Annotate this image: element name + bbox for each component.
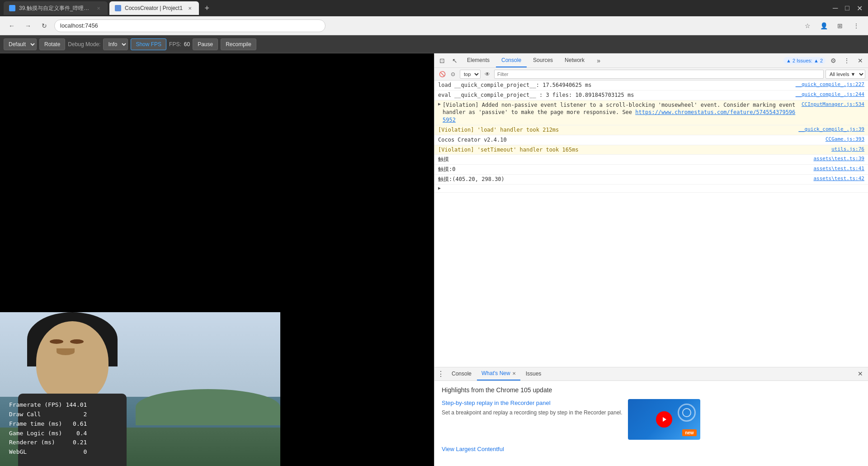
reload-button[interactable]: ↻ (38, 19, 51, 32)
close-window-button[interactable]: ✕ (855, 2, 864, 14)
console-line-8-content: 触摸:0 (438, 166, 810, 173)
renderer-value: 0.21 (66, 438, 90, 447)
renderer-label: Renderer (ms) (9, 438, 66, 447)
console-line-3-expand[interactable]: ▶ (438, 101, 441, 106)
tab-elements[interactable]: Elements (462, 53, 495, 67)
drawer-tab-console[interactable]: Console (447, 367, 476, 380)
console-line-1-source[interactable]: __quick_compile_.js:227 (792, 81, 864, 87)
devtools-inspect-icon[interactable]: ↖ (449, 55, 461, 67)
svg-marker-0 (663, 417, 666, 422)
console-expand-icon[interactable]: ▶ (438, 185, 441, 190)
tab-1-close[interactable]: ✕ (95, 5, 102, 12)
settings-button[interactable]: ⋮ (850, 19, 863, 32)
tab-2-close[interactable]: ✕ (186, 5, 193, 12)
debug-mode-label: Debug Mode: (68, 41, 100, 48)
whats-new-close-icon[interactable]: ✕ (512, 371, 516, 376)
feature-card-2: View Largest Contentful (442, 445, 861, 455)
framerate-value: 144.01 (66, 400, 90, 410)
extensions-button[interactable]: ⊞ (834, 19, 846, 32)
devtools-tabs-bar: ⊡ ↖ Elements Console Sources Network » ▲… (434, 53, 868, 68)
console-line-7-content: 触摸 (438, 156, 810, 163)
tab-bar: 39.触摸与自定义事件_哔哩哔... ✕ CocosCreator | Proj… (0, 0, 868, 16)
maximize-button[interactable]: □ (843, 2, 851, 14)
address-bar: ← → ↻ localhost:7456 ☆ 👤 ⊞ ⋮ (0, 16, 868, 35)
console-line-5-source[interactable]: CCGame.js:393 (822, 136, 864, 142)
bottom-drawer-close[interactable]: ✕ (855, 369, 865, 379)
tab-bar-controls: ─ □ ✕ (831, 2, 864, 14)
devtools-panel: ⊡ ↖ Elements Console Sources Network » ▲… (434, 53, 868, 466)
feature-card-1: Step-by-step replay in the Recorder pane… (442, 399, 861, 440)
context-select[interactable]: top (460, 70, 481, 79)
console-line-2: eval __quick_compile_project__ : 3 files… (434, 90, 868, 100)
new-badge: new (682, 429, 696, 436)
clear-console-icon[interactable]: 🚫 (437, 69, 447, 79)
person-head (36, 321, 108, 403)
console-output[interactable]: load __quick_compile_project__: 17.56494… (434, 81, 868, 367)
console-line-7-source[interactable]: assets\test.ts:39 (810, 156, 864, 162)
feature-1-text: Step-by-step replay in the Recorder pane… (442, 399, 623, 440)
console-line-3-content: [Violation] Added non-passive event list… (443, 101, 798, 124)
tab-more[interactable]: » (593, 55, 604, 67)
profile-button[interactable]: 👤 (817, 19, 830, 32)
console-line-3: ▶ [Violation] Added non-passive event li… (434, 100, 868, 125)
tab-1-label: 39.触摸与自定义事件_哔哩哔... (19, 5, 91, 12)
whats-new-title: Highlights from the Chrome 105 update (442, 386, 861, 394)
issue-badge[interactable]: ▲ 2 Issues: ▲ 2 (783, 57, 826, 64)
framerate-label: Framerate (FPS) (9, 400, 66, 410)
tab-sources[interactable]: Sources (528, 53, 558, 67)
tab-1[interactable]: 39.触摸与自定义事件_哔哩哔... ✕ (4, 1, 108, 15)
url-bar[interactable]: localhost:7456 (54, 19, 326, 32)
console-toolbar: 🚫 ⊙ top 👁 All levels ▼ (434, 68, 868, 81)
devtools-toolbar-right: ▲ 2 Issues: ▲ 2 ⚙ ⋮ ✕ (783, 55, 866, 67)
console-line-2-source[interactable]: __quick_compile_.js:244 (792, 91, 864, 97)
devtools-dock-icon[interactable]: ⊡ (436, 55, 448, 67)
recompile-button[interactable]: Recompile (221, 38, 256, 50)
default-select[interactable]: Default (4, 38, 37, 50)
filter-input[interactable] (494, 70, 824, 79)
show-fps-button[interactable]: Show FPS (131, 38, 166, 50)
console-line-1-content: load __quick_compile_project__: 17.56494… (438, 81, 792, 89)
console-line-6-source[interactable]: utils.js:76 (828, 146, 864, 152)
game-canvas[interactable]: Framerate (FPS) 144.01 Draw Call 2 Frame… (0, 53, 434, 466)
console-line-10: ▶ (434, 185, 868, 193)
devtools-settings-icon[interactable]: ⚙ (827, 55, 839, 67)
feature-1-title[interactable]: Step-by-step replay in the Recorder pane… (442, 399, 623, 407)
pause-button[interactable]: Pause (193, 38, 218, 50)
eye-icon[interactable]: 👁 (482, 69, 492, 79)
tab-network[interactable]: Network (559, 53, 590, 67)
console-line-3-source[interactable]: CCInputManager.js:534 (798, 101, 864, 107)
tab-2[interactable]: CocosCreator | Project1 ✕ (109, 1, 199, 15)
minimize-button[interactable]: ─ (831, 2, 840, 14)
tab-1-favicon (9, 5, 15, 11)
forward-button[interactable]: → (22, 19, 34, 32)
console-line-4: [Violation] 'load' handler took 212ms __… (434, 125, 868, 135)
drawer-tab-whats-new[interactable]: What's New ✕ (477, 367, 520, 380)
browser-chrome: 39.触摸与自定义事件_哔哩哔... ✕ CocosCreator | Proj… (0, 0, 868, 53)
tab-2-favicon (115, 5, 121, 11)
main-area: Framerate (FPS) 144.01 Draw Call 2 Frame… (0, 53, 868, 466)
draw-call-value: 2 (66, 410, 90, 419)
drawer-tab-dots[interactable]: ⋮ (437, 370, 444, 378)
console-line-9-source[interactable]: assets\test.ts:42 (810, 176, 864, 181)
add-tab-button[interactable]: + (201, 2, 213, 14)
devtools-more-icon[interactable]: ⋮ (841, 55, 853, 67)
console-line-4-source[interactable]: __quick_compile_.js:39 (795, 126, 864, 132)
play-button-icon[interactable] (656, 411, 672, 428)
level-select[interactable]: All levels ▼ (826, 70, 865, 79)
drawer-tab-issues[interactable]: Issues (521, 367, 546, 380)
console-line-1: load __quick_compile_project__: 17.56494… (434, 81, 868, 90)
editor-toolbar: Default Rotate Debug Mode: Info Show FPS… (0, 35, 868, 53)
filter-console-icon[interactable]: ⊙ (448, 69, 458, 79)
devtools-close-icon[interactable]: ✕ (854, 55, 866, 67)
console-line-8: 触摸:0 assets\test.ts:41 (434, 165, 868, 175)
feature-1-thumbnail[interactable]: new (628, 399, 700, 440)
feature-2-title[interactable]: View Largest Contentful (442, 445, 504, 453)
back-button[interactable]: ← (5, 19, 18, 32)
game-logic-label: Game Logic (ms) (9, 429, 66, 438)
console-line-8-source[interactable]: assets\test.ts:41 (810, 166, 864, 171)
debug-mode-select[interactable]: Info (103, 38, 128, 50)
tab-console[interactable]: Console (496, 53, 527, 67)
rotate-button[interactable]: Rotate (39, 38, 65, 50)
bookmark-button[interactable]: ☆ (801, 19, 814, 32)
issue-text: Issues: ▲ 2 (797, 58, 823, 63)
